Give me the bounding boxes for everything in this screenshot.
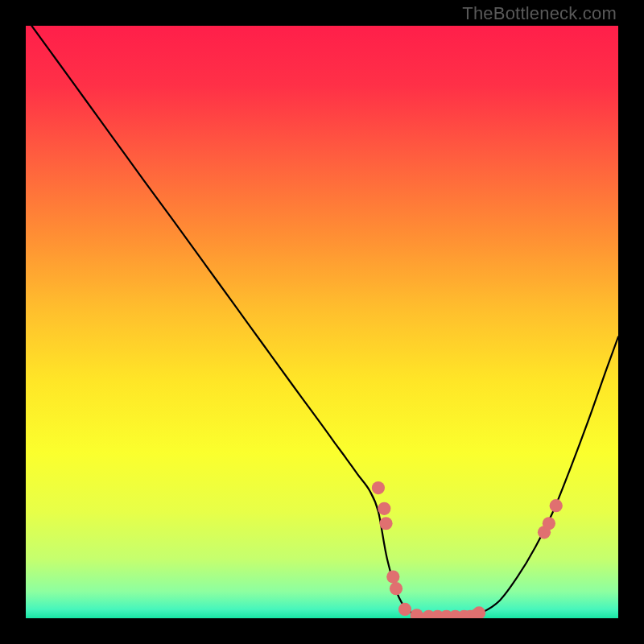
watermark-text: TheBottleneck.com bbox=[462, 3, 617, 24]
data-point bbox=[543, 517, 555, 530]
chart-svg bbox=[26, 26, 618, 618]
data-point bbox=[372, 481, 385, 494]
data-point bbox=[550, 499, 563, 512]
image-frame: TheBottleneck.com bbox=[0, 0, 644, 644]
data-point bbox=[390, 582, 402, 595]
chart-plot-area bbox=[26, 26, 618, 618]
data-point bbox=[379, 517, 392, 530]
data-point bbox=[398, 603, 411, 616]
gradient-background bbox=[26, 26, 618, 618]
data-point bbox=[378, 502, 390, 515]
data-point bbox=[386, 570, 399, 583]
